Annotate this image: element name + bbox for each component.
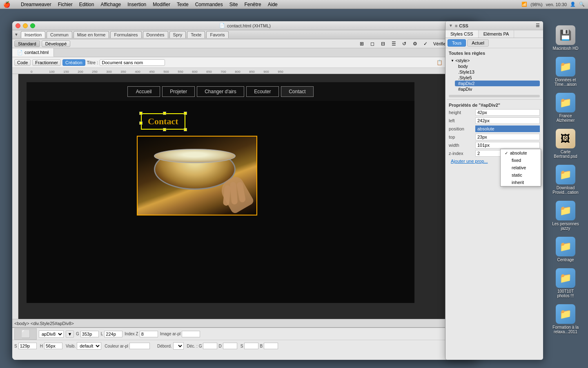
pp-g-input[interactable]: [80, 331, 99, 337]
pp-debord-select[interactable]: [173, 342, 184, 350]
handle-ml[interactable]: [139, 121, 143, 125]
menu-commandes[interactable]: Commandes: [192, 0, 226, 9]
css-tab-styles[interactable]: Styles CSS: [445, 30, 479, 38]
dd-item-absolute[interactable]: absolute: [501, 149, 541, 157]
handle-tl[interactable]: [139, 112, 143, 115]
search-icon[interactable]: 🔍: [579, 2, 585, 7]
css-rule-body[interactable]: body: [455, 63, 540, 69]
contact-label-element[interactable]: Contact: [141, 113, 185, 130]
desktop-icon-personnes[interactable]: 📁 Les personnes jazzy: [551, 201, 580, 231]
desktop-icon-alzheimer[interactable]: 📁 France Alzheimer: [551, 93, 580, 123]
dd-item-fixed[interactable]: fixed: [501, 157, 541, 164]
prop-value-height[interactable]: [475, 109, 540, 116]
menu-fenetre[interactable]: Fenêtre: [241, 0, 264, 9]
css-rule-style5[interactable]: .Style5: [455, 75, 540, 81]
prop-value-left[interactable]: [475, 117, 540, 124]
menu-insertion[interactable]: Insertion: [124, 0, 149, 9]
nav-ecouter[interactable]: Ecouter: [246, 86, 279, 97]
tab-formulaires[interactable]: Formulaires: [110, 31, 141, 38]
pp-l-input[interactable]: [104, 331, 122, 337]
css-collapse-icon[interactable]: ▼: [449, 23, 453, 28]
prop-value-position[interactable]: [475, 126, 540, 132]
personnes-folder-icon: 📁: [556, 201, 575, 220]
desktop-icon-100t[interactable]: 📁 100T10T photos !!!: [551, 268, 580, 298]
element-name-select[interactable]: apDiv8: [39, 330, 64, 338]
pp-image-input[interactable]: [182, 331, 200, 337]
menu-texte[interactable]: Texte: [174, 0, 192, 9]
tab-mise-en-forme[interactable]: Mise en forme: [74, 31, 109, 38]
handle-tc[interactable]: [163, 112, 166, 115]
dd-item-relative[interactable]: relative: [501, 164, 541, 171]
css-rule-apDiv2[interactable]: #apDiv2: [455, 81, 540, 86]
navigation-bar: Accueil Projeter Changer d'airs Ecouter …: [27, 82, 414, 101]
handle-br[interactable]: [184, 128, 187, 131]
pp-indexz-input[interactable]: [140, 331, 158, 337]
desktop-icon-centrage[interactable]: 📁 Centrage: [551, 237, 580, 262]
menu-aide[interactable]: Aide: [265, 0, 281, 9]
refresh-icon[interactable]: ↺: [400, 40, 409, 47]
tab-texte[interactable]: Texte: [187, 31, 205, 38]
pp-dec-s-input[interactable]: [244, 343, 258, 349]
menu-affichage[interactable]: Affichage: [97, 0, 124, 9]
css-rule-style-tag[interactable]: ▼ <style>: [449, 58, 540, 63]
handle-tr[interactable]: [184, 112, 187, 115]
settings-icon[interactable]: ⚙: [410, 40, 419, 47]
file-tab-contact[interactable]: 📄 contact.html: [12, 48, 54, 57]
open-browser-icon[interactable]: ⊞: [357, 40, 366, 47]
nav-contact[interactable]: Contact: [281, 86, 314, 97]
pp-visib-select[interactable]: default: [77, 342, 101, 350]
menu-edition[interactable]: Edition: [76, 0, 98, 9]
desktop-icon-macintosh[interactable]: 💾 Macintosh HD: [551, 25, 580, 51]
nav-changer-dairs[interactable]: Changer d'airs: [197, 86, 244, 97]
dd-item-inherit[interactable]: inherit: [501, 179, 541, 186]
css-panel-options-icon[interactable]: ☰: [536, 23, 540, 28]
apple-menu[interactable]: 🍎: [3, 1, 10, 8]
tab-insertion[interactable]: Insertion: [21, 31, 45, 38]
creation-btn[interactable]: Création: [62, 59, 85, 66]
pp-h-input[interactable]: [44, 343, 62, 349]
css-subtab-tous[interactable]: Tous: [448, 39, 466, 47]
maximize-button[interactable]: [30, 23, 35, 28]
pp-couleur-input[interactable]: [129, 343, 150, 349]
desktop-icon-carte[interactable]: 🖼 Carte Bertrand.psd: [551, 129, 580, 159]
validate-icon[interactable]: ✓: [421, 40, 430, 47]
css-subtab-actuel[interactable]: Actuel: [467, 39, 489, 47]
prop-value-top[interactable]: [475, 134, 540, 140]
menu-modifier[interactable]: Modifier: [149, 0, 174, 9]
pp-s-input[interactable]: [18, 343, 37, 349]
code-btn[interactable]: Code: [14, 59, 31, 66]
minimize-button[interactable]: [23, 23, 28, 28]
css-rule-apDiv[interactable]: #apDiv: [455, 86, 540, 92]
handle-bc[interactable]: [163, 128, 166, 131]
menu-dreamweaver[interactable]: Dreamweaver: [18, 0, 55, 9]
view-options-icon[interactable]: ☰: [389, 40, 398, 47]
split-btn[interactable]: Fractionner: [32, 59, 61, 66]
pp-dec-b-input[interactable]: [264, 343, 278, 349]
preview-icon[interactable]: ◻: [368, 40, 377, 47]
pp-dec-g-input[interactable]: [203, 343, 217, 349]
develop-view-btn[interactable]: Développé: [42, 40, 71, 47]
close-button[interactable]: [16, 23, 20, 28]
tab-spry[interactable]: Spry: [169, 31, 186, 38]
css-rule-style13[interactable]: .Style13: [455, 69, 540, 75]
desktop-icon-formation[interactable]: 📁 Formation à la relaxa...2011: [551, 304, 580, 334]
desktop-icon-donnees[interactable]: 📁 Données et Time...aison: [551, 57, 580, 87]
tab-donnees[interactable]: Données: [143, 31, 168, 38]
pp-expand-icon[interactable]: ▼: [66, 330, 74, 338]
title-input[interactable]: [100, 59, 165, 66]
tab-commun[interactable]: Commun: [47, 31, 72, 38]
standard-view-btn[interactable]: Standard: [14, 40, 40, 47]
css-tab-elements[interactable]: Eléments PA: [479, 30, 514, 38]
desktop-icon-download[interactable]: 📁 Download Provid...cation: [551, 165, 580, 195]
menu-fichier[interactable]: Fichier: [55, 0, 76, 9]
prop-value-width[interactable]: [475, 142, 540, 148]
tab-favoris[interactable]: Favoris: [206, 31, 228, 38]
file-mgmt-icon[interactable]: 📋: [435, 59, 444, 66]
nav-projeter[interactable]: Projeter: [162, 86, 195, 97]
menu-site[interactable]: Site: [226, 0, 241, 9]
pp-dec-d-input[interactable]: [223, 343, 237, 349]
canvas-area[interactable]: Accueil Projeter Changer d'airs Ecouter …: [18, 74, 478, 319]
dd-item-static[interactable]: static: [501, 171, 541, 179]
grid-icon[interactable]: ⊟: [379, 40, 388, 47]
nav-accueil[interactable]: Accueil: [127, 86, 160, 97]
